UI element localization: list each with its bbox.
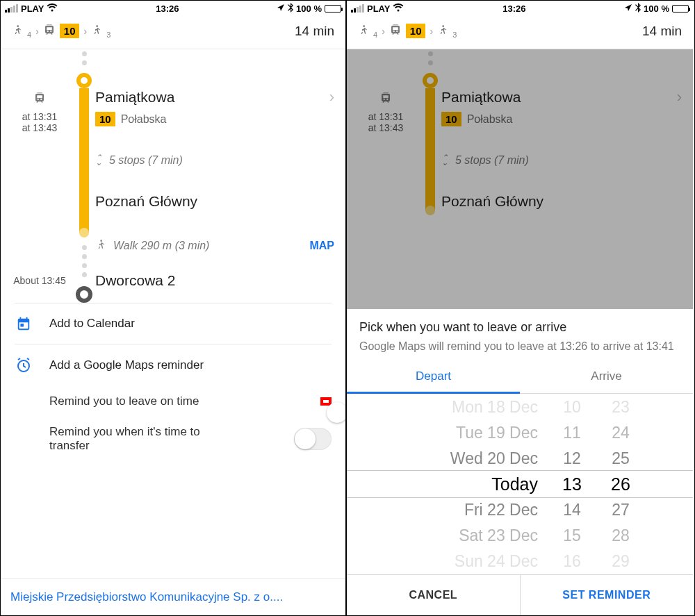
picker-minute-col[interactable]: 23 24 25 26 27 28 29: [596, 394, 645, 574]
add-to-calendar[interactable]: Add to Calendar: [1, 303, 345, 344]
walk-icon: [358, 23, 369, 39]
route-header: 4 › 10 › 3 14 min: [1, 16, 345, 49]
tab-arrive[interactable]: Arrive: [520, 361, 693, 394]
picker-hour: 16: [563, 549, 581, 574]
walk-icon: [95, 238, 106, 254]
tram-icon: [43, 23, 56, 39]
line-badge: 10: [95, 112, 115, 126]
picker-min-selected: 26: [611, 472, 630, 497]
walk2-time: 3: [452, 31, 457, 39]
chevron-right-icon: ›: [329, 88, 334, 106]
svg-point-0: [17, 25, 19, 27]
calendar-label: Add to Calendar: [49, 317, 135, 331]
picker-date-col[interactable]: Mon 18 Dec Tue 19 Dec Wed 20 Dec Today F…: [395, 394, 548, 574]
walk-icon: [91, 23, 102, 39]
board-stop: Pamiątkowa: [95, 89, 174, 106]
sheet-title: Pick when you want to leave or arrive: [359, 320, 680, 335]
picker-min: 23: [612, 394, 630, 420]
line-badge: 10: [406, 24, 426, 38]
depart-time-1: at 13:31: [22, 111, 58, 122]
trip-duration: 14 min: [642, 24, 682, 39]
battery-pct: 100 %: [296, 3, 322, 14]
location-icon: [624, 3, 632, 14]
expand-icon: ⌃⌄: [95, 156, 102, 165]
footer: Miejskie Przedsiębiorstwo Komunikacyjne …: [1, 578, 345, 615]
remind-transfer-row: Remind you when it's time to transfer: [1, 417, 345, 461]
trip-duration: 14 min: [295, 24, 334, 39]
picker-date: Tue 19 Dec: [456, 420, 538, 446]
tram-icon: [33, 96, 46, 107]
toggle-remind-transfer[interactable]: [294, 428, 332, 450]
carrier-label: PLAY: [21, 3, 44, 14]
picker-hour-selected: 13: [562, 472, 582, 497]
walk-text: Walk 290 m (3 min): [113, 240, 209, 252]
calendar-icon: [15, 316, 33, 331]
alarm-icon: [15, 357, 33, 374]
line-badge: 10: [60, 24, 80, 38]
battery-icon: [672, 5, 689, 13]
svg-point-4: [363, 25, 365, 27]
carrier-label: PLAY: [367, 3, 390, 14]
walk-icon: [437, 23, 448, 39]
arrive-stop: Dworcowa 2: [95, 272, 176, 288]
status-bar: PLAY 13:26 100 %: [347, 1, 693, 16]
picker-min: 27: [612, 497, 630, 523]
add-reminder: Add a Google Maps reminder: [1, 344, 345, 386]
chevron-icon: ›: [35, 26, 39, 37]
walk-row: Walk 290 m (3 min) MAP: [1, 215, 345, 260]
picker-hour: 12: [563, 446, 581, 472]
chevron-icon: ›: [83, 26, 87, 37]
battery-pct: 100 %: [644, 3, 669, 14]
time-picker-sheet: Pick when you want to leave or arrive Go…: [347, 309, 693, 615]
location-icon: [277, 3, 285, 14]
board-row[interactable]: at 13:31 at 13:43 Pamiątkowa › 10 Połabs…: [1, 63, 345, 172]
route-header: 4 › 10 › 3 14 min: [347, 16, 693, 49]
picker-date: Sun 24 Dec: [455, 549, 538, 574]
picker-min: 24: [612, 420, 630, 446]
battery-icon: [325, 5, 341, 13]
walk2-time: 3: [106, 31, 111, 39]
expand-stops[interactable]: ⌃⌄ 5 stops (7 min): [95, 154, 334, 167]
alight-stop: Poznań Główny: [95, 193, 197, 209]
remind-transfer-label: Remind you when it's time to transfer: [49, 425, 230, 453]
walk1-time: 4: [373, 31, 377, 39]
picker-date: Sat 23 Dec: [459, 523, 538, 549]
wifi-icon: [393, 3, 404, 14]
chevron-icon: ›: [430, 26, 433, 37]
picker-min: 28: [612, 523, 630, 549]
arrive-about: About 13:45: [12, 272, 67, 286]
remind-leave-label: Remind you to leave on time: [49, 394, 199, 408]
stops-summary: 5 stops (7 min): [109, 154, 183, 167]
picker-hour: 14: [563, 497, 581, 523]
cancel-button[interactable]: CANCEL: [347, 575, 521, 615]
remind-leave-row: Remind you to leave on time: [1, 386, 345, 417]
picker-min: 29: [612, 549, 630, 574]
wifi-icon: [47, 3, 58, 14]
directions-content: at 13:31 at 13:43 Pamiątkowa › 10 Połabs…: [1, 49, 345, 578]
phone-right: PLAY 13:26 100 % 4 › 10 › 3 14: [347, 1, 693, 615]
picker-date-selected: Today: [491, 472, 538, 497]
picker-min: 25: [612, 446, 630, 472]
set-reminder-button[interactable]: SET REMINDER: [521, 575, 694, 615]
highlight-box: [320, 397, 332, 406]
picker-hour: 15: [563, 523, 581, 549]
map-link[interactable]: MAP: [309, 240, 334, 252]
picker-date: Wed 20 Dec: [450, 446, 538, 472]
agency-link[interactable]: Miejskie Przedsiębiorstwo Komunikacyjne …: [10, 590, 336, 604]
status-time: 13:26: [502, 3, 525, 14]
status-time: 13:26: [156, 3, 179, 14]
bluetooth-icon: [635, 3, 641, 15]
status-bar: PLAY 13:26 100 %: [1, 1, 345, 16]
route-timeline: [76, 49, 92, 303]
datetime-picker[interactable]: Mon 18 Dec Tue 19 Dec Wed 20 Dec Today F…: [347, 394, 693, 574]
picker-hour-col[interactable]: 10 11 12 13 14 15 16: [548, 394, 596, 574]
alight-row: Poznań Główny: [1, 172, 345, 215]
svg-point-1: [96, 25, 98, 27]
sheet-subtitle: Google Maps will remind you to leave at …: [359, 339, 680, 354]
svg-point-5: [442, 25, 444, 27]
tab-depart[interactable]: Depart: [347, 361, 520, 394]
picker-hour: 11: [563, 420, 581, 446]
depart-time-2: at 13:43: [22, 122, 58, 133]
directions-content-dim: at 13:31 at 13:43 Pamiątkowa › 10 Połabs…: [347, 49, 693, 615]
reminder-label: Add a Google Maps reminder: [49, 358, 204, 372]
